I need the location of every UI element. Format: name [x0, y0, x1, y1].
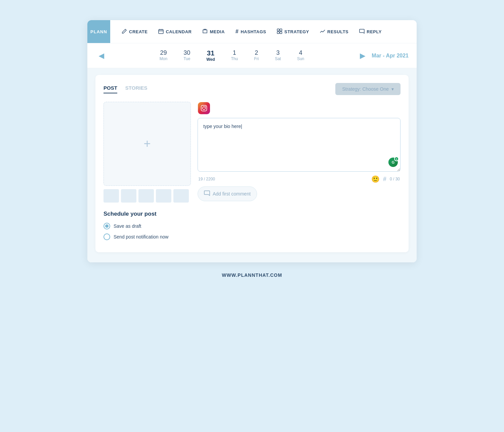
- nav-item-calendar[interactable]: CALENDAR: [154, 26, 196, 38]
- tab-stories[interactable]: STORIES: [125, 85, 148, 93]
- radio-draft-circle[interactable]: [103, 223, 110, 229]
- cal-day-2[interactable]: 2Fri: [246, 48, 267, 63]
- hashtags-label: HASHTAGS: [241, 29, 266, 34]
- strategy-choose-button[interactable]: Strategy: Choose One ▾: [335, 83, 401, 95]
- schedule-section: Schedule your post Save as draft Send po…: [103, 211, 401, 240]
- radio-notify-circle[interactable]: [103, 233, 110, 240]
- footer: WWW.PLANNTHAT.COM: [222, 262, 282, 281]
- nav-item-create[interactable]: CREATE: [117, 26, 152, 38]
- navigation: CREATE CALENDAR: [110, 26, 417, 38]
- results-label: RESULTS: [327, 29, 348, 34]
- media-upload-panel: +: [103, 102, 191, 203]
- svg-rect-5: [280, 29, 282, 31]
- post-card: POST STORIES Strategy: Choose One ▾ +: [95, 75, 409, 252]
- meta-right: 🙂 # 0 / 30: [371, 175, 400, 183]
- nav-item-results[interactable]: RESULTS: [315, 26, 353, 38]
- svg-rect-0: [159, 30, 163, 34]
- cal-day-1[interactable]: 1Thu: [223, 48, 246, 63]
- add-media-icon: +: [143, 138, 151, 150]
- hashtag-count: 0 / 30: [390, 177, 400, 181]
- header: PLANN CREATE: [87, 20, 417, 43]
- main-content: POST STORIES Strategy: Choose One ▾ +: [87, 68, 417, 262]
- grammarly-badge: G 1: [388, 158, 398, 167]
- reply-icon: [359, 29, 365, 35]
- logo: PLANN: [87, 20, 110, 43]
- radio-notify-label: Send post notification now: [114, 234, 168, 240]
- create-label: CREATE: [129, 29, 148, 34]
- thumbnail-4[interactable]: [156, 189, 171, 203]
- create-icon: [122, 29, 127, 35]
- upload-box[interactable]: +: [103, 102, 191, 186]
- grammarly-notification: 1: [394, 157, 399, 161]
- strategy-label: STRATEGY: [284, 29, 309, 34]
- schedule-title: Schedule your post: [103, 211, 401, 217]
- tabs-row: POST STORIES Strategy: Choose One ▾: [103, 83, 401, 95]
- tab-post[interactable]: POST: [103, 85, 117, 93]
- radio-notify[interactable]: Send post notification now: [103, 233, 401, 240]
- radio-draft-label: Save as draft: [114, 223, 141, 229]
- thumbnail-5[interactable]: [173, 189, 189, 203]
- results-icon: [320, 29, 325, 35]
- thumbnail-2[interactable]: [121, 189, 136, 203]
- comment-icon: [204, 190, 210, 198]
- add-comment-button[interactable]: Add first comment: [198, 186, 257, 201]
- nav-item-hashtags[interactable]: # HASHTAGS: [231, 26, 271, 37]
- calendar-days: 29Mon30Tue31Wed1Thu2Fri3Sat4Sun: [107, 48, 356, 63]
- add-comment-label: Add first comment: [213, 191, 251, 197]
- footer-url: WWW.PLANNTHAT.COM: [222, 272, 282, 278]
- radio-draft[interactable]: Save as draft: [103, 223, 401, 229]
- thumbnail-3[interactable]: [138, 189, 154, 203]
- month-label: Mar - Apr 2021: [368, 53, 409, 59]
- calendar-icon: [158, 29, 164, 35]
- cal-day-4[interactable]: 4Sun: [289, 48, 312, 63]
- char-count: 19 / 2200: [198, 177, 215, 181]
- svg-point-10: [205, 106, 206, 107]
- calendar-label: CALENDAR: [166, 29, 192, 34]
- emoji-icon[interactable]: 🙂: [371, 175, 380, 183]
- cal-day-29[interactable]: 29Mon: [152, 48, 175, 63]
- svg-rect-7: [280, 32, 282, 34]
- svg-rect-8: [201, 105, 207, 111]
- media-label: MEDIA: [210, 29, 224, 34]
- instagram-icon: [198, 102, 210, 114]
- post-area: +: [103, 102, 401, 203]
- calendar-bar: ◀ 29Mon30Tue31Wed1Thu2Fri3Sat4Sun ▶ Mar …: [87, 43, 417, 68]
- strategy-icon: [277, 29, 282, 35]
- reply-label: REPLY: [367, 29, 382, 34]
- tab-group: POST STORIES: [103, 85, 147, 93]
- caption-panel: type your bio here| G 1 19 / 2200 🙂: [198, 102, 401, 203]
- cal-day-30[interactable]: 30Tue: [175, 48, 198, 63]
- svg-rect-4: [277, 29, 279, 31]
- caption-textarea[interactable]: type your bio here|: [198, 118, 401, 172]
- hashtag-icon[interactable]: #: [383, 176, 386, 183]
- thumbnail-row: [103, 189, 191, 203]
- nav-item-strategy[interactable]: STRATEGY: [272, 26, 314, 38]
- svg-rect-6: [277, 32, 279, 34]
- thumbnail-1[interactable]: [103, 189, 119, 203]
- media-icon: [202, 29, 208, 35]
- svg-point-9: [203, 107, 205, 110]
- cal-day-31[interactable]: 31Wed: [198, 48, 223, 63]
- hashtag-nav-icon: #: [236, 29, 239, 35]
- nav-item-reply[interactable]: REPLY: [354, 26, 386, 38]
- next-arrow[interactable]: ▶: [356, 50, 368, 61]
- cal-day-3[interactable]: 3Sat: [267, 48, 289, 63]
- prev-arrow[interactable]: ◀: [95, 50, 107, 61]
- nav-item-media[interactable]: MEDIA: [198, 26, 229, 38]
- caption-meta: 19 / 2200 🙂 # 0 / 30: [198, 175, 401, 183]
- instagram-icon-wrapper: [198, 102, 210, 115]
- caption-wrapper: type your bio here| G 1: [198, 118, 401, 173]
